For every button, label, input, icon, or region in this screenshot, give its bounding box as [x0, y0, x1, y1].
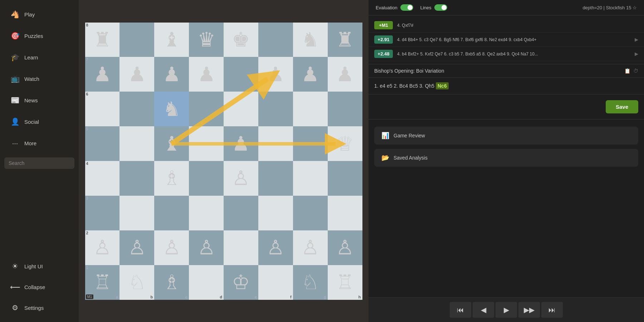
square-h7[interactable]: ♟	[328, 57, 362, 92]
nav-item-play[interactable]: 🐴 Play	[3, 4, 76, 24]
square-f3[interactable]	[258, 196, 293, 230]
lines-switch[interactable]	[434, 4, 447, 11]
square-e1[interactable]: e♔	[224, 265, 258, 300]
square-b6[interactable]	[119, 92, 154, 126]
nav-item-light-ui[interactable]: ☀ Light UI	[3, 256, 76, 276]
square-b5[interactable]	[119, 126, 154, 161]
nav-item-news[interactable]: 📰 News	[3, 90, 76, 110]
eval-line-2[interactable]: +2.48 4. b4 Bxf2+ 5. Kxf2 Qe7 6. c3 b5 7…	[369, 47, 644, 61]
nav-item-social[interactable]: 👤 Social	[3, 112, 76, 132]
square-a7[interactable]: 7♟	[85, 57, 120, 92]
square-e2[interactable]	[224, 230, 258, 265]
square-f8[interactable]	[258, 23, 293, 57]
square-a4[interactable]: 4	[85, 161, 120, 196]
square-h8[interactable]: ♜	[328, 23, 362, 57]
square-c7[interactable]: ♟	[154, 57, 189, 92]
nav-item-more[interactable]: ··· More	[3, 133, 76, 153]
eval-line-1[interactable]: +2.91 4. d4 Bb4+ 5. c3 Qe7 6. Bg5 Nf6 7.…	[369, 33, 644, 47]
eval-expand-2[interactable]: ▶	[635, 51, 638, 57]
square-d3[interactable]	[189, 196, 224, 230]
square-g4[interactable]	[293, 161, 328, 196]
sidebar: 🐴 Play 🎯 Puzzles 🎓 Learn 📺 Watch 📰 News …	[0, 0, 79, 322]
square-d8[interactable]: ♛	[189, 23, 224, 57]
square-c1[interactable]: c♗	[154, 265, 189, 300]
nav-play-button[interactable]: ▶	[496, 302, 517, 318]
square-d4[interactable]	[189, 161, 224, 196]
square-e8[interactable]: ♚	[224, 23, 258, 57]
nav-next-button[interactable]: ▶▶	[518, 302, 540, 318]
copy-icon[interactable]: 📋	[624, 68, 630, 74]
square-d2[interactable]: ♙	[189, 230, 224, 265]
opening-icons: 📋 ⏱	[624, 68, 638, 74]
nav-item-watch[interactable]: 📺 Watch	[3, 69, 76, 89]
square-g6[interactable]	[293, 92, 328, 126]
square-g1[interactable]: g♘	[293, 265, 328, 300]
eval-expand-1[interactable]: ▶	[635, 37, 638, 42]
square-c5[interactable]: ♝	[154, 126, 189, 161]
square-b4[interactable]	[119, 161, 154, 196]
chess-board[interactable]: 8♜♝♛♚♞♜7♟♟♟♟♟♟♟6♞5♝♟♕4♗♙32♙♙♙♙♙♙♙1a♖b♘c♗…	[85, 23, 362, 300]
nav-last-button[interactable]: ⏭	[541, 302, 563, 318]
eval-line-0[interactable]: +M1 4. Qxf7#	[369, 18, 644, 33]
square-g2[interactable]: ♙	[293, 230, 328, 265]
square-g3[interactable]	[293, 196, 328, 230]
square-b7[interactable]: ♟	[119, 57, 154, 92]
square-a3[interactable]: 3	[85, 196, 120, 230]
nav-item-settings[interactable]: ⚙ Settings	[3, 298, 76, 318]
square-f6[interactable]	[258, 92, 293, 126]
nav-item-collapse[interactable]: ⟵ Collapse	[3, 277, 76, 297]
nav-item-puzzles[interactable]: 🎯 Puzzles	[3, 26, 76, 46]
square-d5[interactable]	[189, 126, 224, 161]
nav-item-learn[interactable]: 🎓 Learn	[3, 47, 76, 67]
square-g5[interactable]	[293, 126, 328, 161]
depth-info: depth=20 | Stockfish 15 ☆	[582, 5, 637, 10]
nav-prev-button[interactable]: ◀	[473, 302, 494, 318]
square-a6[interactable]: 6	[85, 92, 120, 126]
square-b3[interactable]	[119, 196, 154, 230]
square-d7[interactable]: ♟	[189, 57, 224, 92]
square-a5[interactable]: 5	[85, 126, 120, 161]
lines-toggle[interactable]: Lines	[420, 4, 447, 11]
square-f5[interactable]	[258, 126, 293, 161]
square-c3[interactable]	[154, 196, 189, 230]
square-a8[interactable]: 8♜	[85, 23, 120, 57]
square-c2[interactable]: ♙	[154, 230, 189, 265]
square-d6[interactable]	[189, 92, 224, 126]
evaluation-toggle[interactable]: Evaluation	[376, 4, 413, 11]
search-input[interactable]	[4, 157, 74, 169]
square-e4[interactable]: ♙	[224, 161, 258, 196]
square-c6[interactable]: ♞	[154, 92, 189, 126]
square-h4[interactable]	[328, 161, 362, 196]
piece-h7: ♟	[336, 64, 354, 84]
piece-c6: ♞	[163, 99, 181, 119]
square-f1[interactable]: f	[258, 265, 293, 300]
save-button[interactable]: Save	[606, 100, 638, 113]
square-d1[interactable]: d	[189, 265, 224, 300]
square-e7[interactable]	[224, 57, 258, 92]
clock-icon[interactable]: ⏱	[633, 68, 638, 74]
square-c4[interactable]: ♗	[154, 161, 189, 196]
square-e3[interactable]	[224, 196, 258, 230]
square-b8[interactable]	[119, 23, 154, 57]
square-h3[interactable]	[328, 196, 362, 230]
square-h1[interactable]: h♖	[328, 265, 362, 300]
square-b2[interactable]: ♙	[119, 230, 154, 265]
square-f7[interactable]: ♟	[258, 57, 293, 92]
square-g7[interactable]: ♟	[293, 57, 328, 92]
square-h5[interactable]: ♕	[328, 126, 362, 161]
square-f4[interactable]	[258, 161, 293, 196]
square-e5[interactable]: ♟	[224, 126, 258, 161]
evaluation-switch[interactable]	[400, 4, 413, 11]
square-h2[interactable]: ♙	[328, 230, 362, 265]
highlighted-move[interactable]: Nc6	[436, 82, 449, 89]
square-c8[interactable]: ♝	[154, 23, 189, 57]
saved-analysis-button[interactable]: 📂 Saved Analysis	[374, 149, 638, 167]
square-a2[interactable]: 2♙	[85, 230, 120, 265]
square-g8[interactable]: ♞	[293, 23, 328, 57]
nav-first-button[interactable]: ⏮	[450, 302, 471, 318]
square-b1[interactable]: b♘	[119, 265, 154, 300]
square-f2[interactable]: ♙	[258, 230, 293, 265]
square-h6[interactable]	[328, 92, 362, 126]
game-review-button[interactable]: 📊 Game Review	[374, 127, 638, 145]
square-e6[interactable]	[224, 92, 258, 126]
